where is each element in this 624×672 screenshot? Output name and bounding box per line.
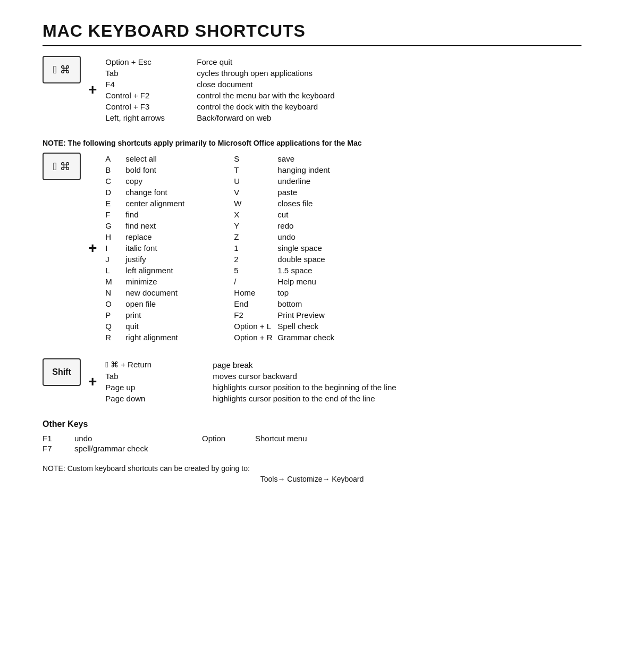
desc-col: double space <box>277 254 357 264</box>
list-item: Jjustify <box>105 254 210 264</box>
desc-col: cycles through open applications <box>197 68 334 78</box>
key-col: F2 <box>234 310 276 320</box>
desc-col: control the dock with the keyboard <box>197 102 334 112</box>
list-item: Ssave <box>234 154 357 164</box>
key-col: Page down <box>105 393 212 404</box>
desc-col: moves cursor backward <box>213 371 396 381</box>
key-col: 2 <box>234 254 276 264</box>
key-col: Y <box>234 221 276 231</box>
desc-col: spell/grammar check <box>74 443 202 453</box>
list-item: Pprint <box>105 310 210 320</box>
list-item: Hreplace <box>105 232 210 242</box>
list-item: 51.5 space <box>234 265 357 275</box>
list-item: Endbottom <box>234 299 357 309</box>
section1-table: Option + EscForce quitTabcycles through … <box>104 56 335 124</box>
other-keys-section: Other Keys F1undoOptionShortcut menuF7sp… <box>43 419 581 453</box>
key-col: Option + Esc <box>105 57 196 67</box>
key-col: 5 <box>234 265 276 275</box>
desc2-col: Shortcut menu <box>255 433 307 443</box>
desc-col: replace <box>125 232 210 242</box>
desc-col: new document <box>125 288 210 298</box>
key-col: X <box>234 209 276 220</box>
desc-col: right alignment <box>125 332 210 342</box>
desc-col: minimize <box>125 276 210 287</box>
list-item: Wcloses file <box>234 198 357 208</box>
note-bottom: NOTE: Custom keyboard shortcuts can be c… <box>43 464 581 483</box>
list-item: Aselect all <box>105 154 210 164</box>
desc-col: 1.5 space <box>277 265 357 275</box>
key-col: F4 <box>105 79 196 89</box>
desc-col: control the menu bar with the keyboard <box>197 90 334 100</box>
key-col: Left, right arrows <box>105 113 196 123</box>
list-item: Lleft alignment <box>105 265 210 275</box>
desc-col: bold font <box>125 165 210 175</box>
key-col: F7 <box>43 443 74 453</box>
list-item: F7spell/grammar check <box>43 443 307 453</box>
list-item: Hometop <box>234 288 357 298</box>
key-col: End <box>234 299 276 309</box>
shift-label: Shift <box>52 367 71 377</box>
key-col: W <box>234 198 276 208</box>
list-item: Page downhighlights cursor position to t… <box>105 393 396 404</box>
list-item: 2double space <box>234 254 357 264</box>
other-keys-title: Other Keys <box>43 419 581 429</box>
key-col: Control + F3 <box>105 102 196 112</box>
list-item: Qquit <box>105 321 210 331</box>
key-col: R <box>105 332 124 342</box>
section3: Shift +  ⌘ + Returnpage breakTabmoves c… <box>43 358 581 405</box>
key-col: H <box>105 232 124 242</box>
key-col: P <box>105 310 124 320</box>
desc-col: copy <box>125 176 210 186</box>
list-item: Thanging indent <box>234 165 357 175</box>
list-item: Rright alignment <box>105 332 210 342</box>
list-item: Nnew document <box>105 288 210 298</box>
shift-key-box: Shift <box>43 358 81 386</box>
list-item: Tabmoves cursor backward <box>105 371 396 381</box>
key-col: 1 <box>234 243 276 253</box>
key-col: Option + L <box>234 321 276 331</box>
desc-col: highlights cursor position to the beginn… <box>213 382 396 392</box>
list-item: Vpaste <box>234 187 357 197</box>
key-col: M <box>105 276 124 287</box>
key-col: G <box>105 221 124 231</box>
apple-icon-2:  ⌘ <box>53 160 71 173</box>
list-item: Ffind <box>105 209 210 220</box>
list-item: F2Print Preview <box>234 310 357 320</box>
list-item: Zundo <box>234 232 357 242</box>
desc-col: quit <box>125 321 210 331</box>
key-col: Home <box>234 288 276 298</box>
key-col: Control + F2 <box>105 90 196 100</box>
desc-col: hanging indent <box>277 165 357 175</box>
key-col: Z <box>234 232 276 242</box>
key-col: S <box>234 154 276 164</box>
key-col: F1 <box>43 433 74 443</box>
list-item: Option + RGrammar check <box>234 332 357 342</box>
list-item: Bbold font <box>105 165 210 175</box>
other-keys-table: F1undoOptionShortcut menuF7spell/grammar… <box>43 433 307 453</box>
desc-col: page break <box>213 359 396 370</box>
key-col: J <box>105 254 124 264</box>
desc-col: center alignment <box>125 198 210 208</box>
desc-col: change font <box>125 187 210 197</box>
section1-content: Option + EscForce quitTabcycles through … <box>104 56 581 124</box>
desc-col: bottom <box>277 299 357 309</box>
section3-content:  ⌘ + Returnpage breakTabmoves cursor ba… <box>104 358 581 405</box>
desc-col: find next <box>125 221 210 231</box>
section3-table:  ⌘ + Returnpage breakTabmoves cursor ba… <box>104 358 397 405</box>
desc-col: cut <box>277 209 357 220</box>
list-item: F4close document <box>105 79 334 89</box>
key-col: V <box>234 187 276 197</box>
note-bottom-line2: Tools→ Customize→ Keyboard <box>43 475 581 483</box>
desc-col: Force quit <box>197 57 334 67</box>
list-item:  ⌘ + Returnpage break <box>105 359 396 370</box>
desc-col: underline <box>277 176 357 186</box>
command-key-box-2:  ⌘ <box>43 153 81 180</box>
desc-col: justify <box>125 254 210 264</box>
list-item: Left, right arrowsBack/forward on web <box>105 113 334 123</box>
desc-col: Print Preview <box>277 310 357 320</box>
plus-sign-1: + <box>88 81 97 98</box>
desc-col: Back/forward on web <box>197 113 334 123</box>
key-col: F <box>105 209 124 220</box>
list-item: Ccopy <box>105 176 210 186</box>
desc-col: top <box>277 288 357 298</box>
